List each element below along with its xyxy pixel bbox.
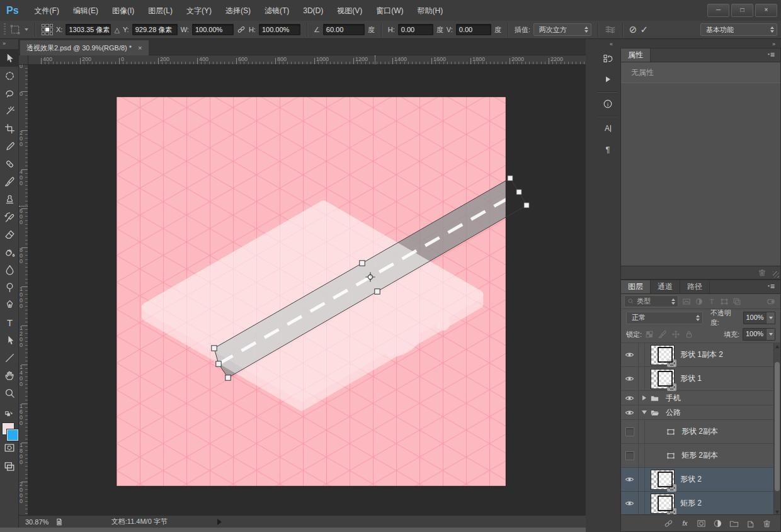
link-dimensions-icon[interactable] [237, 25, 246, 34]
visibility-toggle[interactable] [621, 420, 639, 443]
scrollbar-thumb[interactable] [775, 362, 780, 491]
layer-thumbnail[interactable] [651, 345, 675, 365]
menu-item[interactable]: 帮助(H) [411, 1, 450, 21]
history-panel-button[interactable] [596, 48, 619, 69]
lock-all-icon[interactable] [685, 330, 693, 339]
dodge-tool[interactable] [0, 278, 19, 296]
type-tool[interactable]: T [0, 314, 19, 331]
menu-item[interactable]: 选择(S) [219, 1, 258, 21]
tab-properties[interactable]: 属性 [621, 48, 651, 62]
paragraph-panel-button[interactable]: ¶ [596, 139, 619, 159]
transform-handle[interactable] [212, 346, 217, 351]
fill-input[interactable]: 100% [743, 328, 775, 341]
transform-handle[interactable] [360, 261, 365, 266]
info-panel-button[interactable]: i [596, 94, 619, 114]
transform-handle[interactable] [524, 203, 529, 208]
horizontal-ruler[interactable]: 4002000200400600800100012001400160018002… [28, 55, 586, 65]
blur-tool[interactable] [0, 261, 19, 278]
menu-item[interactable]: 窗口(W) [369, 1, 410, 21]
lock-position-icon[interactable] [671, 330, 680, 339]
layer-name[interactable]: 形状 1副本 2 [680, 349, 723, 360]
crop-tool[interactable] [0, 120, 19, 137]
menu-item[interactable]: 编辑(E) [66, 1, 105, 21]
panel-menu-icon[interactable] [765, 51, 777, 60]
menu-item[interactable]: 文件(F) [28, 1, 66, 21]
path-select-tool[interactable] [0, 331, 19, 349]
blend-mode-select[interactable]: 正常 [626, 312, 703, 324]
relative-position-toggle[interactable]: △ [114, 26, 119, 34]
layer-thumbnail[interactable] [651, 369, 675, 389]
width-input[interactable]: 100.00% [192, 24, 234, 35]
menu-item[interactable]: 3D(D) [296, 1, 330, 21]
rotate-input[interactable]: 60.00 [323, 24, 365, 35]
menu-item[interactable]: 图像(I) [105, 1, 141, 21]
filter-shape-button[interactable] [718, 296, 731, 307]
layer-name[interactable]: 形状 1 [680, 373, 702, 384]
layer-row[interactable]: 公路 [621, 405, 780, 420]
cancel-transform-button[interactable]: ⊘ [629, 24, 637, 35]
swap-colors-icon[interactable] [2, 410, 16, 419]
transform-handle[interactable] [225, 375, 231, 380]
visibility-toggle[interactable] [621, 468, 639, 491]
transform-handle[interactable] [516, 190, 522, 195]
line-tool[interactable] [0, 349, 19, 366]
link-icon[interactable] [664, 519, 673, 528]
layer-thumbnail[interactable] [651, 494, 675, 514]
trash-icon[interactable] [762, 519, 772, 528]
fx-icon[interactable]: fx [680, 519, 690, 528]
group-expander-icon[interactable] [642, 410, 647, 414]
visibility-toggle[interactable] [621, 391, 639, 405]
workspace-select[interactable]: 基本功能 [700, 23, 777, 36]
canvas-viewport[interactable] [28, 65, 586, 515]
options-grip[interactable] [4, 23, 6, 36]
transform-handle[interactable] [216, 361, 221, 366]
opacity-input[interactable]: 100% [743, 312, 775, 324]
character-panel-button[interactable]: A [596, 118, 619, 139]
resize-grip[interactable] [773, 271, 779, 278]
pen-tool[interactable] [0, 296, 19, 314]
expand-dock-button[interactable]: » [772, 41, 775, 47]
paint-bucket-tool[interactable] [0, 243, 19, 261]
brush-tool[interactable] [0, 173, 19, 190]
eraser-tool[interactable] [0, 225, 19, 243]
layer-name[interactable]: 形状 2副本 [681, 426, 718, 437]
layer-name[interactable]: 手机 [666, 393, 681, 404]
layer-row[interactable]: 形状 2 [621, 468, 780, 492]
visibility-toggle[interactable] [621, 492, 639, 515]
layer-name[interactable]: 矩形 2 [680, 498, 702, 509]
new-layer-icon[interactable] [746, 519, 755, 528]
quick-mask-button[interactable] [4, 442, 15, 453]
layer-name[interactable]: 公路 [666, 407, 681, 418]
filter-adjust-button[interactable] [693, 296, 705, 307]
menu-item[interactable]: 滤镜(T) [258, 1, 296, 21]
document-tab[interactable]: 透视效果2.psd @ 30.9%(RGB/8) * × [20, 40, 149, 55]
lock-transparency-icon[interactable] [645, 330, 654, 339]
minimize-button[interactable]: ─ [707, 4, 729, 17]
visibility-toggle[interactable] [621, 367, 639, 390]
marquee-tool[interactable] [0, 67, 19, 84]
v-skew-input[interactable]: 0.00 [456, 24, 491, 35]
clone-stamp-tool[interactable] [0, 190, 19, 208]
menu-item[interactable]: 图层(L) [141, 1, 180, 21]
maximize-button[interactable]: □ [731, 4, 753, 17]
screen-mode-button[interactable] [4, 461, 15, 472]
visibility-toggle[interactable] [621, 343, 639, 366]
adjustment-icon[interactable] [713, 519, 722, 528]
group-icon[interactable] [729, 519, 739, 528]
height-input[interactable]: 100.00% [259, 24, 300, 35]
background-color-swatch[interactable] [7, 429, 18, 441]
panel-menu-icon[interactable] [765, 283, 777, 291]
tab-paths[interactable]: 路径 [680, 280, 710, 293]
status-menu-arrow-icon[interactable] [217, 519, 222, 525]
layers-scrollbar[interactable] [773, 343, 780, 516]
close-tab-icon[interactable]: × [138, 40, 142, 55]
layer-name[interactable]: 形状 2 [680, 474, 702, 485]
layer-thumbnail[interactable] [651, 470, 675, 490]
filter-type-button[interactable]: T [705, 296, 718, 307]
layer-row[interactable]: 形状 1副本 2 [621, 343, 780, 367]
menu-item[interactable]: 文字(Y) [180, 1, 219, 21]
visibility-toggle[interactable] [621, 444, 639, 467]
hand-tool[interactable] [0, 366, 19, 384]
collapse-tools-button[interactable]: » [3, 40, 5, 47]
tab-channels[interactable]: 通道 [651, 280, 680, 293]
